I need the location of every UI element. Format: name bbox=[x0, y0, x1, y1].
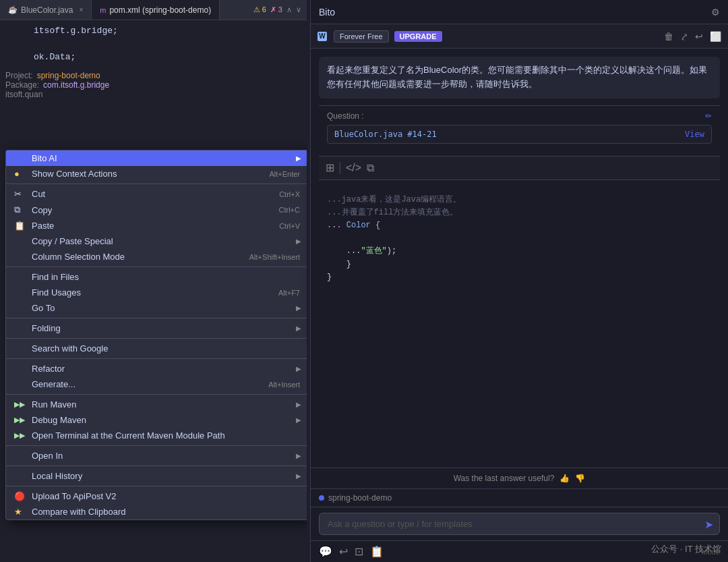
context-menu-item-find-files[interactable]: Find in Files bbox=[6, 269, 307, 285]
context-menu-item-debug-maven[interactable]: ▶▶ Debug Maven bbox=[6, 412, 307, 428]
context-menu-item-search-google[interactable]: Search with Google bbox=[6, 341, 307, 356]
context-menu-item-compare-clipboard[interactable]: ★ Compare with Clipboard bbox=[6, 504, 307, 519]
context-menu-item-folding[interactable]: Folding bbox=[6, 320, 307, 336]
code-line-5: ..."蓝色"); bbox=[327, 245, 712, 258]
tab-java-close[interactable]: × bbox=[79, 6, 83, 13]
feedback-text: Was the last answer useful? bbox=[454, 474, 555, 483]
err-count: ✗ 3 bbox=[270, 5, 282, 14]
file-info: Project: spring-boot-demo Package: com.i… bbox=[0, 68, 307, 102]
java-icon: ☕ bbox=[8, 5, 18, 14]
context-menu-sep-3 bbox=[6, 318, 307, 318]
feedback-bar: Was the last answer useful? 👍 👎 bbox=[311, 468, 728, 488]
copy-code-icon[interactable]: ⧉ bbox=[367, 162, 374, 174]
context-menu-item-copy-paste-special[interactable]: Copy / Paste Special bbox=[6, 233, 307, 249]
workspace-bar: spring-boot-demo bbox=[311, 488, 728, 507]
tab-java[interactable]: ☕ BlueColor.java × bbox=[0, 0, 92, 20]
editor-top: itsoft.g.bridge; ok.Data; bbox=[0, 20, 307, 68]
bito-header: Bito ⚙ bbox=[311, 0, 728, 24]
view-link[interactable]: View bbox=[685, 130, 704, 139]
tab-actions: ⚠ 6 ✗ 3 ∧ ∨ bbox=[253, 5, 307, 14]
bito-chat: 看起来您重复定义了名为BlueColor的类。您可能需要删除其中一个类的定义以解… bbox=[311, 49, 728, 468]
context-menu: B Bito AI Insert Code Into Bito Explain … bbox=[5, 150, 307, 520]
context-menu-item-go-to[interactable]: Go To bbox=[6, 300, 307, 316]
context-menu-item-open-terminal[interactable]: ▶▶ Open Terminal at the Current Maven Mo… bbox=[6, 428, 307, 443]
editor-area: ☕ BlueColor.java × m pom.xml (spring-boo… bbox=[0, 0, 307, 562]
tab-xml[interactable]: m pom.xml (spring-boot-demo) bbox=[92, 0, 220, 20]
context-menu-item-context-actions[interactable]: ● Show Context Actions Alt+Enter bbox=[6, 166, 307, 181]
tab-bar: ☕ BlueColor.java × m pom.xml (spring-boo… bbox=[0, 0, 307, 20]
context-menu-sep-5 bbox=[6, 358, 307, 359]
thumbdown-icon[interactable]: 👎 bbox=[575, 474, 585, 483]
cut-icon: ✂ bbox=[14, 189, 26, 199]
undo-icon[interactable]: ↩ bbox=[695, 31, 703, 42]
bito-icon: B bbox=[14, 153, 26, 163]
context-menu-item-paste[interactable]: 📋 Paste Ctrl+V bbox=[6, 218, 307, 233]
chat-icon[interactable]: 💬 bbox=[319, 545, 332, 558]
forever-free-badge: Forever Free bbox=[334, 30, 389, 43]
warn-count: ⚠ 6 bbox=[253, 5, 266, 14]
share-icon[interactable]: ⤤ bbox=[680, 31, 688, 42]
context-menu-item-find-usages[interactable]: Find Usages Alt+F7 bbox=[6, 285, 307, 300]
expand-icon[interactable]: ⬜ bbox=[710, 31, 721, 42]
xml-icon: m bbox=[100, 6, 106, 14]
context-menu-sep-1 bbox=[6, 184, 307, 184]
chat-text: 看起来您重复定义了名为BlueColor的类。您可能需要删除其中一个类的定义以解… bbox=[327, 65, 707, 89]
input-placeholder: Ask a question or type / for templates bbox=[328, 519, 473, 529]
code-line-7: } bbox=[327, 271, 712, 284]
tab-xml-label: pom.xml (spring-boot-demo) bbox=[109, 5, 211, 15]
context-menu-item-upload-apipost[interactable]: 🔴 Upload To ApiPost V2 bbox=[6, 488, 307, 504]
context-menu-item-cut[interactable]: ✂ Cut Ctrl+X bbox=[6, 186, 307, 202]
send-button[interactable]: ➤ bbox=[704, 517, 713, 530]
split-icon[interactable]: ⊞ bbox=[326, 161, 334, 174]
code-block: ...java来看，这是Java编程语言。 ...并覆盖了fill方法来填充蓝色… bbox=[319, 187, 720, 291]
nav-up[interactable]: ∧ bbox=[286, 5, 292, 14]
copy-icon: ⧉ bbox=[14, 204, 26, 215]
upgrade-button[interactable]: UPGRADE bbox=[394, 31, 442, 42]
nav-down[interactable]: ∨ bbox=[296, 5, 301, 14]
context-menu-item-run-maven[interactable]: ▶▶ Run Maven bbox=[6, 397, 307, 412]
context-menu-sep-9 bbox=[6, 486, 307, 486]
history-icon[interactable]: ↩ bbox=[339, 545, 348, 558]
code-line-6: } bbox=[327, 258, 712, 271]
question-section: Question : ✏ BlueColor.java #14-21 View bbox=[319, 105, 720, 149]
w-icon: W bbox=[317, 32, 327, 41]
bito-account-bar: W Forever Free UPGRADE 🗑 ⤤ ↩ ⬜ bbox=[311, 24, 728, 49]
context-menu-item-bito-ai[interactable]: B Bito AI Insert Code Into Bito Explain … bbox=[6, 150, 307, 166]
gear-icon[interactable]: ⚙ bbox=[711, 7, 720, 18]
context-actions-icon: ● bbox=[14, 169, 26, 179]
template-icon[interactable]: ⊡ bbox=[355, 545, 363, 558]
bito-code-toolbar: ⊞ </> ⧉ bbox=[319, 156, 720, 180]
question-label: Question : ✏ bbox=[327, 111, 712, 121]
question-code-ref: BlueColor.java #14-21 View bbox=[327, 125, 712, 144]
context-menu-sep-6 bbox=[6, 394, 307, 395]
context-menu-item-column-selection[interactable]: Column Selection Mode Alt+Shift+Insert bbox=[6, 249, 307, 264]
workspace-label: spring-boot-demo bbox=[328, 493, 392, 503]
code-line-4 bbox=[327, 232, 712, 245]
context-menu-item-generate[interactable]: Generate... Alt+Insert bbox=[6, 376, 307, 392]
chat-input[interactable]: Ask a question or type / for templates bbox=[319, 513, 720, 535]
watermark: 公众号 · IT 技术馆 bbox=[651, 543, 721, 555]
run-maven-icon: ▶▶ bbox=[14, 400, 26, 409]
code-icon[interactable]: </> bbox=[346, 162, 361, 174]
edit-question-icon[interactable]: ✏ bbox=[705, 111, 712, 121]
tab-java-label: BlueColor.java bbox=[21, 5, 73, 15]
context-menu-sep-4 bbox=[6, 338, 307, 339]
context-menu-item-refactor[interactable]: Refactor bbox=[6, 361, 307, 376]
code-line-1: itsoft.g.bridge; bbox=[5, 24, 301, 38]
upload-apipost-icon: 🔴 bbox=[14, 491, 26, 501]
code-line-2: ...并覆盖了fill方法来填充蓝色。 bbox=[327, 206, 712, 219]
context-menu-item-copy[interactable]: ⧉ Copy Ctrl+C bbox=[6, 202, 307, 218]
code-line-3: ... Color { bbox=[327, 219, 712, 232]
context-menu-item-local-history[interactable]: Local History bbox=[6, 468, 307, 484]
toolbar-sep bbox=[340, 162, 340, 174]
open-terminal-icon: ▶▶ bbox=[14, 431, 26, 440]
context-menu-sep-7 bbox=[6, 445, 307, 446]
paste-bottom-icon[interactable]: 📋 bbox=[370, 545, 384, 558]
context-menu-item-open-in[interactable]: Open In bbox=[6, 448, 307, 463]
debug-maven-icon: ▶▶ bbox=[14, 416, 26, 424]
chat-bubble-ai: 看起来您重复定义了名为BlueColor的类。您可能需要删除其中一个类的定义以解… bbox=[319, 57, 720, 99]
bito-account-icons: 🗑 ⤤ ↩ ⬜ bbox=[664, 31, 721, 42]
code-line-3: ok.Data; bbox=[5, 51, 301, 64]
thumbup-icon[interactable]: 👍 bbox=[559, 474, 570, 483]
trash-icon[interactable]: 🗑 bbox=[664, 31, 673, 42]
